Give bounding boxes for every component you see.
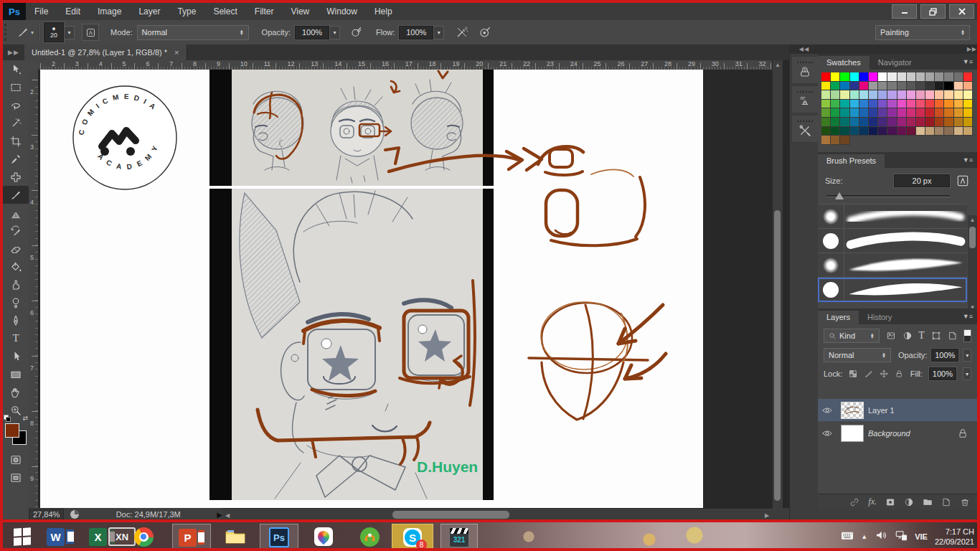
document-canvas[interactable]: C O M I C M E D I A A C A D E M Y [40,70,703,508]
tab-brush-presets[interactable]: Brush Presets [818,154,885,168]
swatch-grid[interactable] [821,72,974,145]
color-swatch[interactable] [821,127,831,136]
color-swatch[interactable] [878,82,887,91]
touch-keyboard-icon[interactable] [841,529,854,545]
language-indicator[interactable]: VIE [915,532,928,541]
menu-help[interactable]: Help [366,3,401,20]
color-swatch[interactable] [878,100,887,109]
menu-type[interactable]: Type [169,3,204,20]
volume-icon[interactable] [875,529,887,545]
layer-fill-caret[interactable]: ▾ [963,367,971,380]
menu-filter[interactable]: Filter [246,3,283,20]
color-swatch[interactable] [878,127,887,136]
type-tool[interactable]: T [3,329,29,347]
foreground-color-swatch[interactable] [5,423,19,438]
lock-pixels-icon[interactable] [864,368,873,380]
spot-healing-brush-tool[interactable] [3,168,29,186]
color-swatch[interactable] [925,108,935,118]
color-swatch[interactable] [840,108,849,118]
layer-opacity-caret[interactable]: ▾ [963,349,971,362]
tab-close-icon[interactable]: × [174,48,179,57]
color-swatch[interactable] [935,90,944,100]
color-swatch[interactable] [821,90,831,100]
color-swatch[interactable] [935,127,944,136]
taskbar-word-icon[interactable]: W [44,524,76,550]
lasso-tool[interactable] [3,96,29,114]
color-swatch[interactable] [887,127,897,136]
status-adobe-drive-icon[interactable] [70,509,80,519]
color-swatch[interactable] [869,127,878,136]
color-swatch[interactable] [954,100,963,109]
color-swatch[interactable] [859,90,869,100]
close-button[interactable] [949,4,974,19]
color-swatch[interactable] [821,118,831,127]
quick-mask-icon[interactable] [3,451,29,468]
dodge-tool[interactable] [3,293,29,311]
brush-panel-dock-button[interactable] [791,56,819,84]
layer1-thumbnail[interactable] [841,402,864,419]
color-swatch[interactable] [850,90,859,100]
color-swatch[interactable] [897,108,907,118]
brush-tool-preset-icon[interactable] [15,24,31,40]
brush-preset-caret[interactable]: ▾ [31,29,34,36]
brush-size-field[interactable]: 20 px [894,174,950,187]
color-swatch[interactable] [916,127,925,136]
smudge-tool[interactable] [3,276,29,293]
menu-view[interactable]: View [282,3,318,20]
brush-preset-soft-taper-soft[interactable] [818,253,967,278]
color-swatch[interactable] [887,90,897,100]
color-swatch[interactable] [925,100,935,109]
brush-size-preview[interactable]: ●20 [44,22,64,42]
options-grip[interactable] [4,24,12,41]
layer-row-layer1[interactable]: Layer 1 [818,399,977,421]
filter-type-layers-icon[interactable]: T [918,330,925,342]
toggle-brush-panel-button[interactable] [82,24,99,41]
color-swatch[interactable] [963,127,973,136]
color-swatch[interactable] [954,118,963,127]
color-swatch[interactable] [840,82,849,91]
color-swatch[interactable] [897,82,907,91]
color-swatch[interactable] [944,82,953,91]
color-swatch[interactable] [916,118,925,127]
color-swatch[interactable] [840,118,849,127]
color-swatch[interactable] [821,100,831,109]
color-swatch[interactable] [869,72,878,82]
brush-preset-hard-taper-hard[interactable] [818,278,967,302]
color-swatch[interactable] [897,127,907,136]
status-flyout-icon[interactable]: ▶ [217,511,222,519]
color-swatch[interactable] [935,100,944,109]
color-swatch[interactable] [963,118,973,127]
color-swatch[interactable] [831,108,840,118]
color-swatch[interactable] [944,72,953,82]
color-swatch[interactable] [963,82,973,91]
color-swatch[interactable] [907,82,916,91]
brush-scroll-thumb[interactable] [969,227,976,248]
color-swatch[interactable] [878,72,887,82]
color-swatch[interactable] [944,90,953,100]
taskbar-clock[interactable]: 7:17 CH 22/09/2021 [935,527,974,547]
eraser-tool[interactable] [3,240,29,258]
color-swatch[interactable] [925,90,935,100]
menu-select[interactable]: Select [204,3,245,20]
color-swatch[interactable] [840,90,849,100]
layer-row-background[interactable]: Background [818,422,977,444]
vertical-scrollbar[interactable]: ▲ ▼ [772,60,783,518]
color-swatch[interactable] [859,127,869,136]
color-swatch[interactable] [840,127,849,136]
color-swatch[interactable] [859,82,869,91]
color-wells[interactable]: ⇄ [5,423,27,445]
color-swatch[interactable] [907,108,916,118]
color-swatch[interactable] [916,108,925,118]
lock-position-icon[interactable] [880,368,888,380]
color-swatch[interactable] [963,90,973,100]
color-swatch[interactable] [831,72,840,82]
taskbar-powerpoint-icon[interactable]: P [172,524,211,551]
network-icon[interactable] [895,529,908,545]
color-swatch[interactable] [954,108,963,118]
color-swatch[interactable] [859,108,869,118]
color-swatch[interactable] [925,127,935,136]
move-tool[interactable] [3,60,29,78]
doc-size-info[interactable]: Doc: 24,9M/17,3M [85,510,211,519]
color-swatch[interactable] [897,90,907,100]
color-swatch[interactable] [878,118,887,127]
